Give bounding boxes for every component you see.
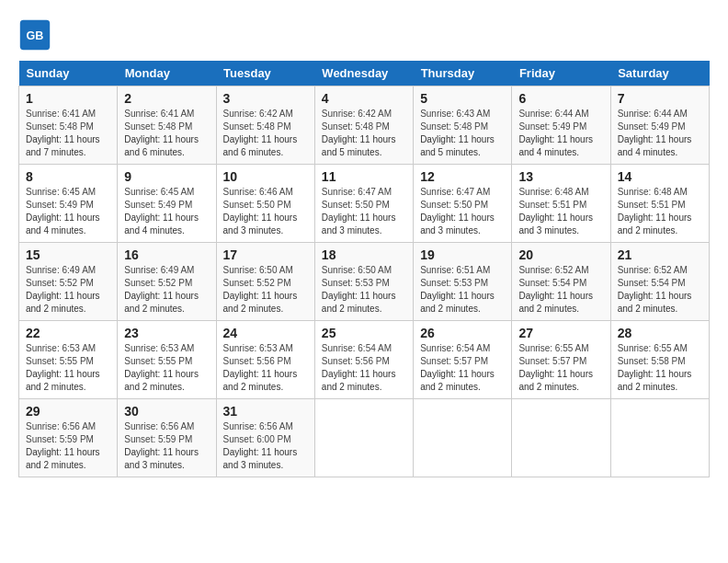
calendar-cell: 5Sunrise: 6:43 AMSunset: 5:48 PMDaylight… [414,86,512,165]
calendar-week-5: 29Sunrise: 6:56 AMSunset: 5:59 PMDayligh… [19,399,710,477]
calendar-week-1: 1Sunrise: 6:41 AMSunset: 5:48 PMDaylight… [19,86,710,165]
day-number: 19 [420,247,505,262]
day-number: 26 [420,326,505,340]
calendar-cell: 16Sunrise: 6:49 AMSunset: 5:52 PMDayligh… [118,243,216,321]
day-number: 13 [518,169,603,184]
day-info: Sunrise: 6:43 AMSunset: 5:48 PMDaylight:… [420,108,505,159]
day-info: Sunrise: 6:56 AMSunset: 5:59 PMDaylight:… [26,420,110,472]
logo: GB [18,18,55,52]
day-number: 18 [322,247,406,262]
day-info: Sunrise: 6:45 AMSunset: 5:49 PMDaylight:… [124,186,209,237]
day-info: Sunrise: 6:47 AMSunset: 5:50 PMDaylight:… [322,186,406,237]
day-info: Sunrise: 6:56 AMSunset: 5:59 PMDaylight:… [124,420,209,472]
day-info: Sunrise: 6:54 AMSunset: 5:57 PMDaylight:… [420,342,505,394]
calendar-cell: 15Sunrise: 6:49 AMSunset: 5:52 PMDayligh… [19,243,118,321]
day-number: 22 [26,326,110,340]
day-info: Sunrise: 6:56 AMSunset: 6:00 PMDaylight:… [223,420,308,472]
day-info: Sunrise: 6:52 AMSunset: 5:54 PMDaylight:… [618,264,702,316]
column-header-tuesday: Tuesday [216,61,314,86]
day-number: 3 [223,91,308,106]
calendar-cell: 21Sunrise: 6:52 AMSunset: 5:54 PMDayligh… [610,243,709,321]
calendar-cell: 1Sunrise: 6:41 AMSunset: 5:48 PMDaylight… [19,86,118,165]
day-number: 11 [322,169,406,184]
calendar-cell: 28Sunrise: 6:55 AMSunset: 5:58 PMDayligh… [610,321,709,399]
calendar-cell: 18Sunrise: 6:50 AMSunset: 5:53 PMDayligh… [314,243,413,321]
day-number: 5 [420,91,505,106]
day-info: Sunrise: 6:53 AMSunset: 5:55 PMDaylight:… [124,342,209,394]
day-number: 12 [420,169,505,184]
calendar-cell [314,399,413,477]
day-number: 10 [223,169,308,184]
day-number: 25 [322,326,406,340]
calendar-cell: 26Sunrise: 6:54 AMSunset: 5:57 PMDayligh… [414,321,512,399]
calendar-cell [610,399,709,477]
calendar-cell: 24Sunrise: 6:53 AMSunset: 5:56 PMDayligh… [216,321,314,399]
day-info: Sunrise: 6:55 AMSunset: 5:57 PMDaylight:… [518,342,603,394]
day-number: 6 [518,91,603,106]
calendar-cell: 2Sunrise: 6:41 AMSunset: 5:48 PMDaylight… [118,86,216,165]
day-info: Sunrise: 6:50 AMSunset: 5:52 PMDaylight:… [223,264,308,316]
calendar-cell: 9Sunrise: 6:45 AMSunset: 5:49 PMDaylight… [118,165,216,243]
day-info: Sunrise: 6:41 AMSunset: 5:48 PMDaylight:… [124,108,209,159]
calendar-table: SundayMondayTuesdayWednesdayThursdayFrid… [18,61,710,477]
day-number: 14 [618,169,702,184]
day-info: Sunrise: 6:47 AMSunset: 5:50 PMDaylight:… [420,186,505,237]
day-info: Sunrise: 6:48 AMSunset: 5:51 PMDaylight:… [618,186,702,237]
day-number: 7 [618,91,702,106]
day-info: Sunrise: 6:53 AMSunset: 5:55 PMDaylight:… [26,342,110,394]
day-number: 30 [124,404,209,419]
calendar-week-4: 22Sunrise: 6:53 AMSunset: 5:55 PMDayligh… [19,321,710,399]
calendar-cell: 31Sunrise: 6:56 AMSunset: 6:00 PMDayligh… [216,399,314,477]
day-info: Sunrise: 6:42 AMSunset: 5:48 PMDaylight:… [322,108,406,159]
day-number: 20 [518,247,603,262]
day-number: 28 [618,326,702,340]
calendar-cell: 3Sunrise: 6:42 AMSunset: 5:48 PMDaylight… [216,86,314,165]
day-info: Sunrise: 6:48 AMSunset: 5:51 PMDaylight:… [518,186,603,237]
day-number: 31 [223,404,308,419]
day-number: 4 [322,91,406,106]
calendar-cell: 27Sunrise: 6:55 AMSunset: 5:57 PMDayligh… [512,321,610,399]
calendar-cell: 6Sunrise: 6:44 AMSunset: 5:49 PMDaylight… [512,86,610,165]
day-number: 24 [223,326,308,340]
calendar-week-3: 15Sunrise: 6:49 AMSunset: 5:52 PMDayligh… [19,243,710,321]
day-info: Sunrise: 6:41 AMSunset: 5:48 PMDaylight:… [26,108,110,159]
calendar-cell: 29Sunrise: 6:56 AMSunset: 5:59 PMDayligh… [19,399,118,477]
calendar-cell: 13Sunrise: 6:48 AMSunset: 5:51 PMDayligh… [512,165,610,243]
day-number: 9 [124,169,209,184]
day-number: 15 [26,247,110,262]
day-number: 16 [124,247,209,262]
column-header-friday: Friday [512,61,610,86]
day-number: 1 [26,91,110,106]
calendar-cell: 22Sunrise: 6:53 AMSunset: 5:55 PMDayligh… [19,321,118,399]
day-info: Sunrise: 6:53 AMSunset: 5:56 PMDaylight:… [223,342,308,394]
day-info: Sunrise: 6:44 AMSunset: 5:49 PMDaylight:… [618,108,702,159]
day-info: Sunrise: 6:52 AMSunset: 5:54 PMDaylight:… [518,264,603,316]
calendar-week-2: 8Sunrise: 6:45 AMSunset: 5:49 PMDaylight… [19,165,710,243]
day-info: Sunrise: 6:42 AMSunset: 5:48 PMDaylight:… [223,108,308,159]
day-info: Sunrise: 6:46 AMSunset: 5:50 PMDaylight:… [223,186,308,237]
day-number: 29 [26,404,110,419]
calendar-header-row: SundayMondayTuesdayWednesdayThursdayFrid… [19,61,710,86]
calendar-cell: 8Sunrise: 6:45 AMSunset: 5:49 PMDaylight… [19,165,118,243]
day-info: Sunrise: 6:51 AMSunset: 5:53 PMDaylight:… [420,264,505,316]
calendar-cell: 19Sunrise: 6:51 AMSunset: 5:53 PMDayligh… [414,243,512,321]
calendar-cell: 17Sunrise: 6:50 AMSunset: 5:52 PMDayligh… [216,243,314,321]
day-number: 21 [618,247,702,262]
day-number: 27 [518,326,603,340]
column-header-monday: Monday [118,61,216,86]
day-info: Sunrise: 6:54 AMSunset: 5:56 PMDaylight:… [322,342,406,394]
calendar-cell: 7Sunrise: 6:44 AMSunset: 5:49 PMDaylight… [610,86,709,165]
logo-icon: GB [18,18,51,52]
column-header-wednesday: Wednesday [314,61,413,86]
day-info: Sunrise: 6:49 AMSunset: 5:52 PMDaylight:… [124,264,209,316]
day-info: Sunrise: 6:49 AMSunset: 5:52 PMDaylight:… [26,264,110,316]
calendar-cell: 12Sunrise: 6:47 AMSunset: 5:50 PMDayligh… [414,165,512,243]
calendar-cell: 10Sunrise: 6:46 AMSunset: 5:50 PMDayligh… [216,165,314,243]
calendar-cell: 4Sunrise: 6:42 AMSunset: 5:48 PMDaylight… [314,86,413,165]
column-header-thursday: Thursday [414,61,512,86]
day-info: Sunrise: 6:45 AMSunset: 5:49 PMDaylight:… [26,186,110,237]
day-info: Sunrise: 6:55 AMSunset: 5:58 PMDaylight:… [618,342,702,394]
column-header-sunday: Sunday [19,61,118,86]
calendar-cell: 11Sunrise: 6:47 AMSunset: 5:50 PMDayligh… [314,165,413,243]
day-number: 8 [26,169,110,184]
